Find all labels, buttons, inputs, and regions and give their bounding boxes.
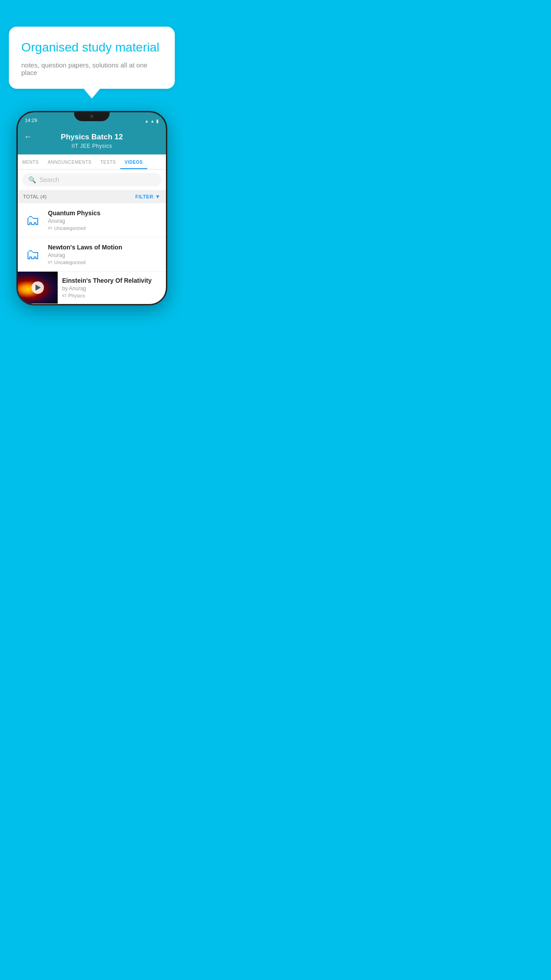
tab-videos[interactable]: VIDEOS (120, 154, 147, 169)
item-info: Newton's Laws of Motion Anurag 🏷 Uncateg… (48, 244, 161, 265)
search-input[interactable]: Search (39, 176, 59, 183)
back-button[interactable]: ← (24, 132, 32, 142)
item-tag: 🏷 Uncategorized (48, 225, 161, 231)
list-item[interactable]: 🗂 Quantum Physics Anurag 🏷 Uncategorized (18, 203, 166, 237)
item-author: Anurag (48, 218, 161, 224)
signal-icon (150, 116, 154, 124)
list-item-video[interactable]: Einstein's Theory Of Relativity by Anura… (18, 272, 166, 304)
play-icon (35, 285, 41, 291)
filter-label: FILTER (135, 194, 153, 199)
promo-title: Organised study material (21, 40, 162, 55)
status-time: 14:29 (25, 118, 37, 123)
volume-up-button[interactable] (16, 148, 17, 160)
wifi-icon (145, 116, 149, 124)
search-section: 🔍 Search (18, 170, 166, 190)
video-author: by Anurag (62, 285, 161, 292)
battery-icon (156, 116, 159, 124)
play-button[interactable] (31, 281, 44, 294)
video-title: Einstein's Theory Of Relativity (62, 277, 161, 284)
phone-frame: 14:29 ← Physics Batch 12 IIT JEE Physics… (16, 111, 167, 305)
header-row: ← Physics Batch 12 (24, 133, 160, 142)
tab-ments[interactable]: MENTS (18, 154, 43, 169)
tab-announcements[interactable]: ANNOUNCEMENTS (43, 154, 96, 169)
video-tag: 🏷 Physics (62, 293, 161, 298)
tag-icon: 🏷 (48, 260, 52, 265)
folder-icon: 🗂 (26, 213, 40, 227)
filter-bar: TOTAL (4) FILTER ▼ (18, 190, 166, 203)
list-item[interactable]: 🗂 Newton's Laws of Motion Anurag 🏷 Uncat… (18, 237, 166, 272)
content-list: 🗂 Quantum Physics Anurag 🏷 Uncategorized… (18, 203, 166, 304)
tab-tests[interactable]: TESTS (96, 154, 120, 169)
speech-bubble: Organised study material notes, question… (9, 27, 175, 89)
promo-subtitle: notes, question papers, solutions all at… (21, 61, 162, 76)
search-icon: 🔍 (28, 176, 36, 183)
folder-icon: 🗂 (26, 247, 40, 261)
tabs-bar: MENTS ANNOUNCEMENTS TESTS VIDEOS (18, 154, 166, 170)
item-tag-label: Uncategorized (54, 260, 86, 265)
item-tag-label: Uncategorized (54, 225, 86, 231)
status-bar: 14:29 (18, 112, 166, 128)
front-camera (90, 115, 94, 118)
item-author: Anurag (48, 252, 161, 258)
phone-wrapper: 14:29 ← Physics Batch 12 IIT JEE Physics… (16, 111, 167, 305)
video-tag-label: Physics (68, 293, 85, 298)
folder-icon-wrap: 🗂 (23, 245, 43, 264)
item-tag: 🏷 Uncategorized (48, 260, 161, 265)
tag-icon: 🏷 (62, 293, 67, 298)
video-thumbnail (18, 272, 58, 304)
filter-icon: ▼ (155, 194, 161, 200)
header-title: Physics Batch 12 (61, 133, 123, 142)
volume-down-button[interactable] (16, 164, 17, 176)
video-info: Einstein's Theory Of Relativity by Anura… (58, 272, 166, 304)
app-header: ← Physics Batch 12 IIT JEE Physics (18, 128, 166, 154)
search-input-wrap[interactable]: 🔍 Search (22, 173, 161, 186)
total-count: TOTAL (4) (23, 194, 47, 199)
header-subtitle: IIT JEE Physics (71, 143, 112, 149)
status-icons (145, 116, 159, 124)
notch (74, 112, 110, 121)
power-button[interactable] (167, 152, 167, 171)
item-title: Newton's Laws of Motion (48, 244, 161, 251)
filter-button[interactable]: FILTER ▼ (135, 194, 161, 200)
promo-area: Organised study material notes, question… (0, 0, 184, 89)
item-info: Quantum Physics Anurag 🏷 Uncategorized (48, 209, 161, 231)
folder-icon-wrap: 🗂 (23, 210, 43, 230)
item-title: Quantum Physics (48, 209, 161, 217)
tag-icon: 🏷 (48, 225, 52, 230)
